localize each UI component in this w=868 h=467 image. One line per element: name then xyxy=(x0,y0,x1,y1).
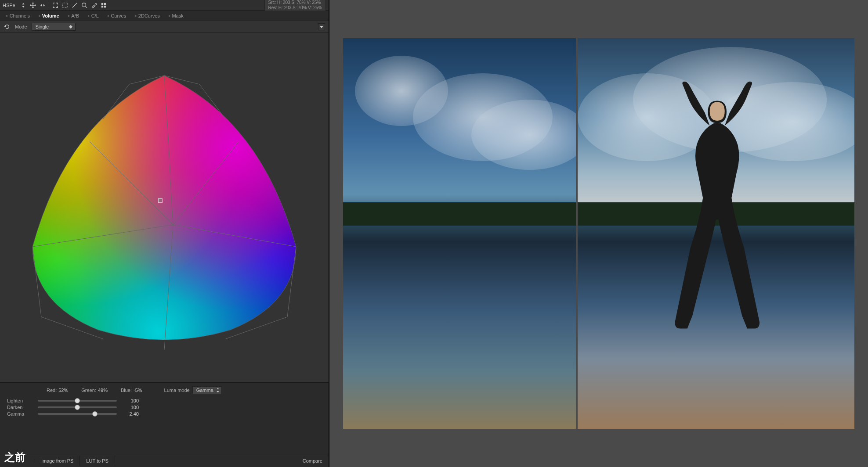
status-src: Src: H: 203 S: 70% V: 25% xyxy=(268,0,322,5)
svg-rect-12 xyxy=(15,58,314,356)
mode-label: Mode xyxy=(15,24,27,29)
luma-mode-select[interactable]: Gamma xyxy=(192,386,222,394)
image-from-ps-button[interactable]: Image from PS xyxy=(35,456,80,466)
model-figure xyxy=(655,65,780,398)
darken-thumb[interactable] xyxy=(75,405,80,410)
tab-2dcurves[interactable]: 2DCurves xyxy=(130,11,164,20)
luma-mode: Luma mode Gamma xyxy=(164,386,222,394)
readout-red: Red:52% xyxy=(47,388,68,393)
darken-slider[interactable] xyxy=(38,406,117,408)
before-label: 之前 xyxy=(4,450,25,464)
slider-gamma: Gamma 2.40 xyxy=(7,411,322,417)
gamma-value: 2.40 xyxy=(121,411,139,417)
gamma-slider[interactable] xyxy=(38,413,117,415)
tab-channels[interactable]: Channels xyxy=(2,11,34,20)
slider-darken: Darken 100 xyxy=(7,405,322,410)
compare-button[interactable]: Compare xyxy=(297,456,329,466)
lighten-slider[interactable] xyxy=(38,400,117,402)
line-icon[interactable] xyxy=(71,2,78,9)
sliders: Lighten 100 Darken 100 Gamma 2.40 xyxy=(0,395,329,423)
move-icon[interactable] xyxy=(29,2,36,9)
svg-rect-0 xyxy=(63,3,68,7)
darken-value: 100 xyxy=(121,405,139,410)
preview-panel xyxy=(329,0,868,467)
color-volume[interactable] xyxy=(15,58,314,356)
tab-cl[interactable]: C/L xyxy=(83,11,103,20)
separator xyxy=(49,2,49,8)
mode-row: Mode Single xyxy=(0,21,329,32)
status-res: Res: H: 203 S: 70% V: 25% xyxy=(268,5,322,11)
rgb-readouts: Red:52% Green:49% Blue:-5% Luma mode Gam… xyxy=(0,382,329,395)
svg-rect-2 xyxy=(101,3,103,4)
app-title: HSPe xyxy=(3,3,15,8)
tab-mask[interactable]: Mask xyxy=(164,11,188,20)
marquee-icon[interactable] xyxy=(61,2,69,9)
tab-volume[interactable]: Volume xyxy=(34,11,64,20)
top-toolbar: HSPe Src: H: 203 S: 70% V: 25% Res: H: 2… xyxy=(0,0,329,11)
zoom-icon[interactable] xyxy=(81,2,88,9)
svg-point-1 xyxy=(82,3,86,7)
color-volume-area xyxy=(0,32,329,382)
grid-icon[interactable] xyxy=(100,2,107,9)
tab-ab[interactable]: A/B xyxy=(64,11,83,20)
lut-to-ps-button[interactable]: LUT to PS xyxy=(80,456,115,466)
svg-rect-4 xyxy=(101,5,103,7)
footer-space xyxy=(0,423,329,454)
svg-rect-5 xyxy=(104,5,106,7)
gamma-thumb[interactable] xyxy=(92,411,98,417)
footer-bar: Image from PS LUT to PS Compare xyxy=(0,454,329,467)
expand-icon[interactable] xyxy=(52,2,59,9)
luma-mode-label: Luma mode xyxy=(164,388,190,393)
panel-menu-button[interactable] xyxy=(318,23,325,30)
updown-icon[interactable] xyxy=(20,2,27,9)
preview-before[interactable] xyxy=(343,38,576,429)
preview-after[interactable] xyxy=(578,38,854,429)
lighten-value: 100 xyxy=(121,398,139,403)
mode-select[interactable]: Single xyxy=(32,23,76,31)
lighten-thumb[interactable] xyxy=(75,398,80,403)
readout-blue: Blue:-5% xyxy=(121,388,142,393)
readout-green: Green:49% xyxy=(81,388,108,393)
slider-lighten: Lighten 100 xyxy=(7,398,322,403)
color-handle[interactable] xyxy=(158,198,163,203)
status-readout: Src: H: 203 S: 70% V: 25% Res: H: 203 S:… xyxy=(264,0,326,12)
svg-rect-3 xyxy=(104,3,106,4)
eyedropper-icon[interactable] xyxy=(90,2,98,9)
tabs-bar: Channels Volume A/B C/L Curves 2DCurves … xyxy=(0,11,329,21)
tab-curves[interactable]: Curves xyxy=(103,11,130,20)
refresh-icon[interactable] xyxy=(4,23,11,30)
leftright-icon[interactable] xyxy=(39,2,46,9)
